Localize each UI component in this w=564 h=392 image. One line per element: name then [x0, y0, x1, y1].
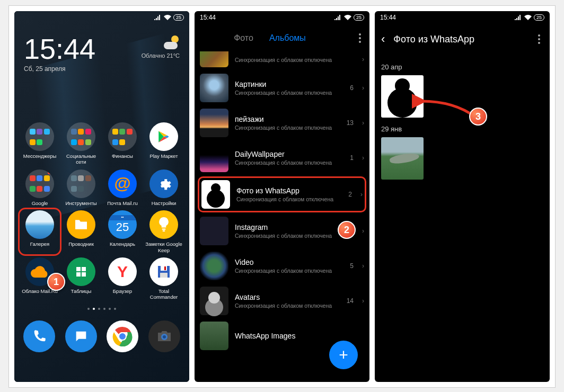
chevron-right-icon: › [362, 297, 364, 305]
weather-widget[interactable]: Облачно 21°C [142, 34, 180, 59]
album-row-whatsapp-highlighted[interactable]: Фото из WhatsAppСинхронизация с облаком … [198, 176, 366, 212]
dock-messages[interactable] [65, 320, 97, 352]
svg-rect-1 [161, 266, 167, 271]
status-icons: 25 [334, 14, 364, 21]
status-bar: 15:44 25 [375, 11, 550, 24]
chevron-right-icon: › [362, 262, 364, 270]
folder-messengers[interactable]: Мессенджеры [21, 122, 59, 165]
album-thumb [200, 74, 228, 102]
back-button[interactable]: ‹ [381, 32, 385, 46]
app-play-market[interactable]: Play Маркет [145, 122, 183, 165]
chevron-right-icon: › [362, 119, 364, 127]
weather-text: Облачно 21°C [142, 52, 180, 59]
gear-icon [156, 176, 172, 192]
signal-icon [334, 15, 342, 20]
dock-phone[interactable] [23, 320, 55, 352]
chevron-right-icon: › [362, 84, 364, 92]
album-row-pictures[interactable]: КартинкиСинхронизация с облаком отключен… [198, 70, 366, 105]
folder-tools[interactable]: Инструменты [62, 170, 100, 206]
app-sheets[interactable]: Таблицы [62, 257, 100, 300]
disk-icon [156, 264, 172, 280]
signal-icon [515, 15, 522, 20]
calendar-day: 25 [116, 220, 129, 234]
app-yandex-browser[interactable]: YБраузер [103, 257, 142, 300]
play-icon [157, 130, 171, 144]
phone-gallery-albums: 15:44 25 Фото Альбомы Синхронизация с об… [195, 11, 369, 382]
wifi-icon [344, 15, 351, 20]
bulb-icon [158, 217, 170, 232]
grid-icon [75, 265, 87, 278]
step-badge-2: 2 [338, 221, 356, 239]
svg-rect-2 [160, 273, 168, 278]
phone-home-screen: 25 15:44 Сб, 25 апреля Облачно 21°C Месс… [14, 11, 189, 382]
battery-pill: 25 [354, 14, 364, 21]
clock-date: Сб, 25 апреля [24, 65, 95, 73]
album-thumb [201, 180, 230, 209]
album-thumb [200, 109, 228, 137]
app-mailru[interactable]: @Почта Mail.ru [103, 170, 142, 206]
folder-social[interactable]: Социальные сети [62, 122, 100, 165]
dock-chrome[interactable] [107, 320, 138, 352]
app-total-commander[interactable]: Total Commander [145, 257, 183, 300]
signal-icon [154, 15, 162, 20]
folder-google[interactable]: 1Google [21, 170, 59, 206]
status-icons: 25 [154, 14, 184, 21]
clock-time: 15:44 [24, 34, 95, 63]
app-explorer[interactable]: Проводник [62, 210, 100, 253]
tab-photo[interactable]: Фото [234, 33, 253, 43]
phone-album-detail: 15:44 25 ‹ Фото из WhatsApp 20 апр 29 ян… [375, 11, 550, 382]
menu-icon[interactable] [535, 31, 543, 47]
status-bar: 25 [14, 11, 189, 24]
chrome-icon [112, 326, 133, 346]
album-thumb [200, 287, 228, 315]
battery-pill: 25 [173, 14, 184, 21]
message-icon [74, 329, 89, 344]
album-thumb [200, 322, 228, 350]
chevron-right-icon: › [362, 227, 364, 235]
album-row-video[interactable]: VideoСинхронизация с облаком отключена5› [198, 248, 366, 283]
chevron-right-icon: › [362, 56, 364, 63]
chevron-right-icon: › [362, 154, 364, 162]
wifi-icon [164, 15, 171, 20]
svg-point-8 [163, 335, 166, 338]
weather-icon [164, 34, 180, 50]
battery-pill: 25 [534, 14, 544, 21]
album-thumb [200, 252, 228, 280]
step-badge-1: 1 [47, 273, 65, 291]
app-keep[interactable]: Заметки Google Keep [145, 210, 183, 253]
album-row[interactable]: Синхронизация с облаком отключена› [198, 48, 366, 70]
app-grid: Мессенджеры Социальные сети Финансы Play… [21, 122, 183, 300]
album-detail-header: ‹ Фото из WhatsApp [375, 24, 550, 55]
fab-add-button[interactable]: + [329, 341, 358, 369]
clock-weather-widget[interactable]: 15:44 Сб, 25 апреля Облачно 21°C [21, 24, 183, 75]
album-thumb [200, 144, 228, 172]
tab-albums[interactable]: Альбомы [269, 33, 306, 43]
status-time: 15:44 [200, 14, 216, 21]
photo-thumbnail[interactable] [381, 137, 424, 180]
photo-thumbnail[interactable] [381, 75, 424, 118]
status-bar: 15:44 25 [195, 11, 369, 24]
app-settings[interactable]: Настройки [145, 170, 183, 206]
date-header: 29 янв [381, 125, 543, 133]
album-thumb [200, 217, 228, 245]
album-row-dailywallpaper[interactable]: DailyWallpaperСинхронизация с облаком от… [198, 140, 366, 175]
album-title: Фото из WhatsApp [393, 34, 526, 45]
album-row-landscapes[interactable]: пейзажиСинхронизация с облаком отключена… [198, 105, 366, 140]
status-icons: 25 [515, 14, 544, 21]
app-gallery-highlighted[interactable]: Галерея [18, 208, 61, 256]
step-badge-3: 3 [469, 108, 487, 126]
album-row-avatars[interactable]: AvatarsСинхронизация с облаком отключена… [198, 283, 366, 318]
camera-icon [156, 330, 172, 343]
wifi-icon [524, 15, 532, 20]
folder-finance[interactable]: Финансы [103, 122, 142, 165]
album-thumb [200, 51, 228, 67]
dock-camera[interactable] [148, 320, 180, 352]
cloud-icon [31, 266, 49, 278]
menu-icon[interactable] [356, 30, 364, 46]
page-indicator [21, 308, 183, 310]
tutorial-container: 25 15:44 Сб, 25 апреля Облачно 21°C Месс… [8, 5, 556, 388]
albums-list[interactable]: Синхронизация с облаком отключена› Карти… [195, 48, 369, 353]
album-photos[interactable]: 20 апр 29 янв [375, 55, 550, 184]
chevron-right-icon: › [360, 191, 363, 198]
app-calendar[interactable]: ••25Календарь [103, 210, 142, 253]
